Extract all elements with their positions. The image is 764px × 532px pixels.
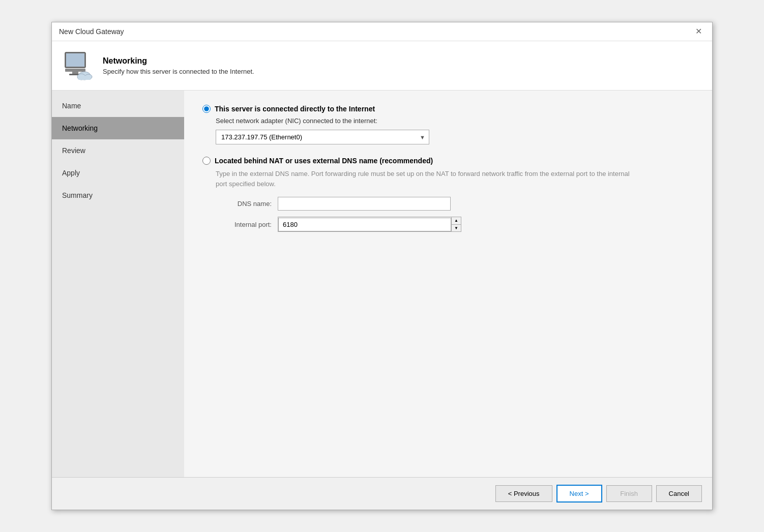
dns-label: DNS name: xyxy=(216,200,272,208)
option1-sub-content: Select network adapter (NIC) connected t… xyxy=(216,117,694,144)
content-area: Name Networking Review Apply Summary Thi… xyxy=(52,91,712,477)
finish-button[interactable]: Finish xyxy=(606,485,652,502)
svg-rect-3 xyxy=(72,72,78,74)
port-label: Internal port: xyxy=(216,221,272,228)
nic-sub-label: Select network adapter (NIC) connected t… xyxy=(216,117,694,125)
option2-radio[interactable] xyxy=(202,157,211,165)
nic-dropdown[interactable]: 173.237.197.75 (Ethernet0) xyxy=(216,130,429,144)
dialog-title: New Cloud Gateway xyxy=(59,27,124,36)
svg-rect-2 xyxy=(65,69,85,72)
header-text: Networking Specify how this server is co… xyxy=(103,56,254,75)
previous-button[interactable]: < Previous xyxy=(495,485,552,502)
header-title: Networking xyxy=(103,56,254,66)
spinner-buttons: ▲ ▼ xyxy=(451,217,461,231)
option2-group: Located behind NAT or uses external DNS … xyxy=(202,157,694,232)
svg-rect-8 xyxy=(78,76,91,80)
dns-input[interactable] xyxy=(278,197,451,211)
dialog-window: New Cloud Gateway ✕ Networking Specify h… xyxy=(51,22,713,510)
option2-radio-row: Located behind NAT or uses external DNS … xyxy=(202,157,694,165)
spinner-up-button[interactable]: ▲ xyxy=(452,217,461,224)
title-bar: New Cloud Gateway ✕ xyxy=(52,22,712,41)
header-section: Networking Specify how this server is co… xyxy=(52,41,712,91)
nic-dropdown-wrapper: 173.237.197.75 (Ethernet0) ▼ xyxy=(216,130,429,144)
option1-group: This server is connected directly to the… xyxy=(202,105,694,144)
sidebar-item-name[interactable]: Name xyxy=(52,95,184,117)
sidebar-item-apply[interactable]: Apply xyxy=(52,162,184,184)
sidebar-item-review[interactable]: Review xyxy=(52,139,184,162)
port-input[interactable] xyxy=(278,218,451,231)
main-panel: This server is connected directly to the… xyxy=(184,91,712,477)
spinner-down-button[interactable]: ▼ xyxy=(452,224,461,231)
close-button[interactable]: ✕ xyxy=(692,26,705,37)
port-form-row: Internal port: ▲ ▼ xyxy=(216,217,694,232)
option1-radio-row: This server is connected directly to the… xyxy=(202,105,694,113)
sidebar-item-summary[interactable]: Summary xyxy=(52,184,184,206)
header-subtitle: Specify how this server is connected to … xyxy=(103,68,254,75)
cancel-button[interactable]: Cancel xyxy=(656,485,702,502)
svg-rect-1 xyxy=(66,53,84,67)
dns-form-row: DNS name: xyxy=(216,197,694,211)
port-spinner: ▲ ▼ xyxy=(278,217,461,232)
option1-radio[interactable] xyxy=(202,105,211,113)
networking-icon xyxy=(62,49,95,82)
next-button[interactable]: Next > xyxy=(556,485,602,503)
sidebar: Name Networking Review Apply Summary xyxy=(52,91,184,477)
option1-label[interactable]: This server is connected directly to the… xyxy=(215,105,375,113)
footer: < Previous Next > Finish Cancel xyxy=(52,477,712,510)
sidebar-item-networking[interactable]: Networking xyxy=(52,117,184,139)
option2-description: Type in the external DNS name. Port forw… xyxy=(216,169,633,189)
option2-label[interactable]: Located behind NAT or uses external DNS … xyxy=(215,157,433,165)
